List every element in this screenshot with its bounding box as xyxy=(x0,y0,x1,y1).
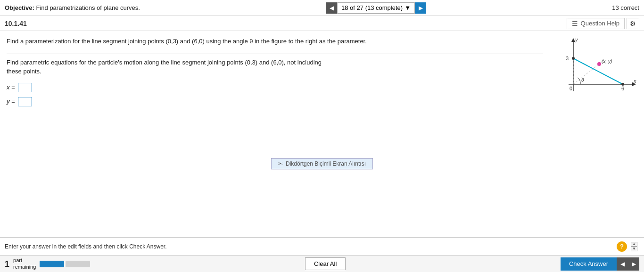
progress-text: 18 of 27 (13 complete) xyxy=(341,4,403,11)
part-number: 1 xyxy=(5,260,9,268)
main-content: Find a parameterization for the line seg… xyxy=(0,31,644,237)
svg-line-12 xyxy=(573,64,599,84)
status-bar: Enter your answer in the edit fields and… xyxy=(0,237,644,255)
left-panel: Find a parameterization for the line seg… xyxy=(0,31,550,237)
right-panel: 3 6 0 x y (x, y) θ xyxy=(550,31,644,237)
list-icon: ☰ xyxy=(572,20,578,27)
scroll-arrows: ▲ ▼ xyxy=(631,242,637,251)
main-problem-text: Find a parameterization for the line seg… xyxy=(7,37,412,46)
next-question-btn[interactable]: ▶ xyxy=(415,2,426,14)
footer-left: 1 part remaining xyxy=(5,257,90,270)
question-number: 10.1.41 xyxy=(5,20,27,27)
divider xyxy=(7,54,543,54)
footer-next-btn[interactable]: ▶ xyxy=(628,257,639,271)
y-label: y = xyxy=(7,98,15,105)
dropdown-arrow: ▼ xyxy=(405,4,411,11)
clear-all-btn[interactable]: Clear All xyxy=(305,257,346,270)
question-help-label: Question Help xyxy=(581,20,619,27)
progress-dropdown[interactable]: 18 of 27 (13 complete) ▼ xyxy=(337,2,415,14)
svg-text:x: x xyxy=(633,78,636,84)
scroll-up-btn[interactable]: ▲ xyxy=(631,242,637,247)
gear-icon: ⚙ xyxy=(630,20,636,27)
remaining-label: remaining xyxy=(13,264,36,270)
top-bar: Objective: Find parametrizations of plan… xyxy=(0,0,644,16)
footer-right: Check Answer ◀ ▶ xyxy=(561,257,639,271)
graph: 3 6 0 x y (x, y) θ xyxy=(554,35,639,101)
x-input[interactable] xyxy=(18,83,32,92)
settings-btn[interactable]: ⚙ xyxy=(627,18,639,29)
svg-text:3: 3 xyxy=(566,56,569,61)
x-label: x = xyxy=(7,84,15,91)
svg-point-18 xyxy=(621,83,624,86)
svg-marker-2 xyxy=(571,38,575,42)
nav-controls: ◀ 18 of 27 (13 complete) ▼ ▶ xyxy=(326,2,426,14)
svg-text:6: 6 xyxy=(621,86,624,91)
svg-point-17 xyxy=(572,57,575,60)
progress-bar xyxy=(40,261,90,267)
sub-problem-text: Find parametric equations for the partic… xyxy=(7,58,327,76)
scroll-down-btn[interactable]: ▼ xyxy=(631,247,637,251)
svg-text:(x, y): (x, y) xyxy=(602,59,612,64)
prev-question-btn[interactable]: ◀ xyxy=(326,2,337,14)
svg-text:θ: θ xyxy=(581,78,584,83)
correct-count: 13 correct xyxy=(612,4,639,11)
svg-text:0: 0 xyxy=(570,86,572,91)
x-answer-row: x = xyxy=(7,83,543,92)
objective: Objective: Find parametrizations of plan… xyxy=(5,4,140,11)
y-input[interactable] xyxy=(18,97,32,106)
svg-line-13 xyxy=(573,58,623,84)
footer-prev-btn[interactable]: ◀ xyxy=(617,257,628,271)
svg-text:y: y xyxy=(575,37,578,42)
objective-label: Objective: xyxy=(5,4,34,11)
svg-point-14 xyxy=(597,62,601,66)
objective-text: Find parametrizations of plane curves. xyxy=(36,4,140,11)
progress-segment-2 xyxy=(66,261,90,267)
progress-segment-1 xyxy=(40,261,64,267)
help-circle-btn[interactable]: ? xyxy=(617,241,627,252)
status-text: Enter your answer in the edit fields and… xyxy=(5,243,167,250)
question-help-btn[interactable]: ☰ Question Help xyxy=(567,18,625,29)
footer-center: Clear All xyxy=(305,257,346,270)
check-answer-btn[interactable]: Check Answer xyxy=(561,257,617,271)
question-bar: 10.1.41 ☰ Question Help ⚙ xyxy=(0,16,644,31)
right-controls: ☰ Question Help ⚙ xyxy=(567,18,639,29)
footer-bar: 1 part remaining Clear All Check Answer … xyxy=(0,255,644,272)
y-answer-row: y = xyxy=(7,97,543,106)
part-label: part xyxy=(13,257,36,264)
part-info: part remaining xyxy=(13,257,36,270)
